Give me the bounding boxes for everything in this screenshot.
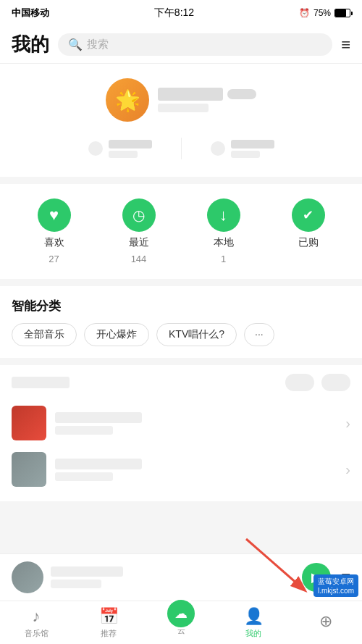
status-bar: 中国移动 下午8:12 ⏰ 75% (0, 0, 362, 26)
local-label: 本地 (214, 236, 234, 249)
my-icon: 👤 (244, 607, 264, 626)
playlist-item-more-1[interactable]: › (345, 415, 350, 432)
playlist-section: › › (0, 365, 362, 501)
purchased-count (307, 254, 310, 264)
nav-my[interactable]: 👤 我的 (217, 601, 290, 644)
music-hall-label: 音乐馆 (25, 628, 49, 639)
category-tags: 全部音乐 开心爆炸 KTV唱什么? ··· (12, 323, 350, 346)
player-thumbnail (12, 561, 43, 593)
player-info (51, 566, 295, 588)
player-artist (51, 580, 101, 588)
menu-button[interactable]: ≡ (341, 35, 350, 54)
cloud-center-icon: ☁ (165, 598, 197, 630)
playlist-meta-1 (55, 426, 113, 435)
avatar[interactable]: 🌟 (106, 78, 149, 122)
nav-music-hall[interactable]: ♪ 音乐馆 (0, 601, 72, 644)
username-label (158, 88, 223, 101)
playlist-name-2 (55, 459, 142, 469)
music-hall-icon: ♪ (33, 607, 41, 626)
search-icon: 🔍 (68, 38, 83, 51)
quick-item-local[interactable]: ↓ 本地 1 (207, 198, 240, 264)
avatar-row: 🌟 (106, 78, 256, 122)
bottom-nav: ♪ 音乐馆 📅 推荐 ☁ 云 👤 我的 ⊕ (0, 601, 362, 644)
username-row (158, 88, 256, 101)
profile-section: 🌟 (0, 64, 362, 177)
vip-badge (227, 89, 256, 99)
playlist-title-row (12, 377, 70, 388)
playlist-header (12, 374, 350, 391)
alarm-icon: ⏰ (299, 8, 310, 18)
cloud-icon: ☁ (174, 606, 188, 622)
smart-category-title: 智能分类 (12, 298, 350, 314)
playlist-name-1 (55, 412, 142, 423)
playlist-section-title (12, 377, 70, 388)
carrier-label: 中国移动 (12, 7, 49, 20)
watermark: 蓝莓安卓网l.mkjst.com (313, 574, 358, 597)
quick-item-likes[interactable]: ♥ 喜欢 27 (38, 198, 71, 264)
likes-label: 喜欢 (44, 236, 64, 249)
playlist-thumb-1 (12, 406, 46, 440)
playlist-item-2[interactable]: › (12, 446, 350, 493)
local-icon: ↓ (207, 198, 240, 232)
tag-all-music[interactable]: 全部音乐 (12, 323, 77, 346)
battery-icon (334, 9, 350, 17)
playlist-info-2 (55, 459, 337, 481)
user-info (158, 88, 256, 112)
tag-ktv[interactable]: KTV唱什么? (156, 323, 237, 346)
playlist-meta-2 (55, 472, 113, 481)
likes-count: 27 (49, 254, 59, 264)
recent-icon: ◷ (122, 198, 156, 232)
recent-label: 最近 (129, 236, 149, 249)
follower-stats (14, 132, 348, 165)
nav-extra[interactable]: ⊕ (290, 601, 362, 644)
local-count: 1 (221, 254, 226, 264)
tag-more-button[interactable]: ··· (244, 323, 274, 346)
quick-item-purchased[interactable]: ✔ 已购 (292, 198, 325, 264)
recommend-icon: 📅 (99, 607, 119, 626)
player-bar: ▶ ≡ (0, 553, 362, 601)
purchased-icon: ✔ (292, 198, 325, 232)
playlist-actions (285, 374, 350, 391)
my-label: 我的 (245, 628, 261, 639)
page-title: 我的 (12, 32, 49, 57)
likes-icon: ♥ (38, 198, 71, 232)
quick-access-section: ♥ 喜欢 27 ◷ 最近 144 ↓ 本地 1 ✔ 已购 (0, 184, 362, 279)
nav-cloud[interactable]: ☁ 云 (145, 609, 217, 636)
playlist-info-1 (55, 412, 337, 435)
tag-happy[interactable]: 开心爆炸 (84, 323, 149, 346)
playlist-item-more-2[interactable]: › (345, 461, 350, 478)
playlist-thumb-2 (12, 452, 46, 487)
quick-item-recent[interactable]: ◷ 最近 144 (122, 198, 156, 264)
extra-icon: ⊕ (319, 612, 332, 631)
new-button[interactable] (321, 374, 350, 391)
recent-count: 144 (131, 254, 147, 264)
recommend-label: 推荐 (101, 628, 117, 639)
playlist-item-1[interactable]: › (12, 400, 350, 446)
search-placeholder: 搜索 (87, 38, 109, 51)
smart-category-section: 智能分类 全部音乐 开心爆炸 KTV唱什么? ··· (0, 286, 362, 358)
edit-button[interactable] (285, 374, 314, 391)
search-bar[interactable]: 🔍 搜索 (58, 33, 332, 56)
user-subtitle (158, 104, 209, 112)
top-nav: 我的 🔍 搜索 ≡ (0, 26, 362, 64)
player-song-name (51, 566, 123, 577)
purchased-label: 已购 (298, 236, 319, 249)
status-right: ⏰ 75% (299, 8, 350, 18)
following-stat (88, 138, 152, 159)
nav-recommend[interactable]: 📅 推荐 (72, 601, 145, 644)
battery-label: 75% (313, 8, 331, 18)
time-label: 下午8:12 (154, 7, 194, 20)
followers-stat (211, 138, 274, 159)
